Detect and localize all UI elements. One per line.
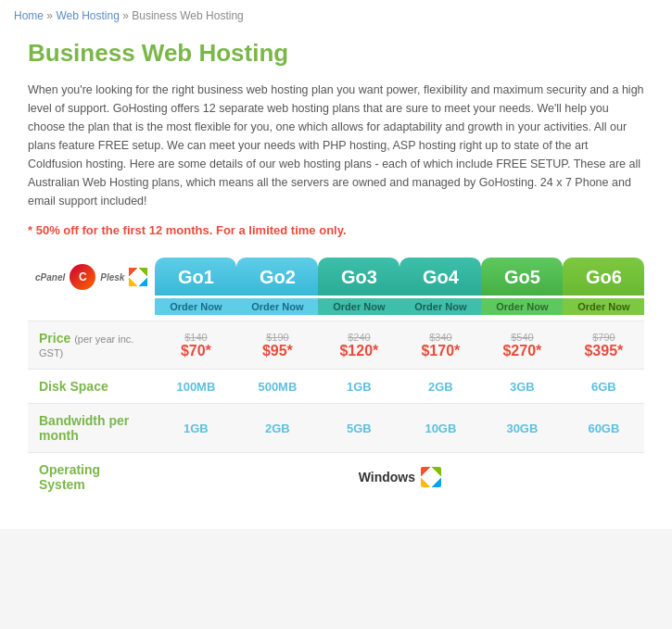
windows-icon xyxy=(421,467,441,487)
go2-disk-cell: 500MB xyxy=(236,370,318,404)
os-label: Operating System xyxy=(39,462,100,492)
main-content: Business Web Hosting When you're looking… xyxy=(14,39,658,501)
go3-price-original: $240 xyxy=(323,332,394,343)
go5-button[interactable]: Go5 xyxy=(481,258,563,296)
go1-price-original: $140 xyxy=(160,332,231,343)
go2-price-cell: $190 $95* xyxy=(236,321,318,370)
breadcrumb-home[interactable]: Home xyxy=(14,9,44,22)
go6-order-header: Order Now xyxy=(563,296,644,321)
go5-price-discounted: $270* xyxy=(487,343,557,359)
go4-order-link[interactable]: Order Now xyxy=(399,298,481,315)
go6-disk-value: 6GB xyxy=(591,380,616,394)
go2-disk-value: 500MB xyxy=(258,380,297,394)
go3-bw-value: 5GB xyxy=(347,421,372,435)
bandwidth-row: Bandwidth permonth 1GB 2GB 5GB 10GB xyxy=(28,404,644,453)
go4-disk-cell: 2GB xyxy=(399,370,481,404)
go4-price-cell: $340 $170* xyxy=(399,321,481,370)
page-title: Business Web Hosting xyxy=(28,39,644,68)
go5-order-header: Order Now xyxy=(481,296,563,321)
windows-cell: Windows xyxy=(323,467,475,487)
cpanel-icon: C xyxy=(70,264,95,290)
plan-go4-header: Go4 xyxy=(399,258,481,296)
go6-price-original: $790 xyxy=(568,332,639,343)
go6-price-discounted: $395* xyxy=(568,343,639,359)
go4-disk-value: 2GB xyxy=(428,380,453,394)
go3-bw-cell: 5GB xyxy=(318,404,399,453)
plan-go2-header: Go2 xyxy=(236,258,318,296)
breadcrumb-web-hosting[interactable]: Web Hosting xyxy=(56,9,119,22)
go6-bw-cell: 60GB xyxy=(563,404,644,453)
plan-go5-header: Go5 xyxy=(481,258,563,296)
os-label-cell: Operating System xyxy=(28,453,155,502)
go5-order-link[interactable]: Order Now xyxy=(481,298,563,315)
intro-text: When you're looking for the right busine… xyxy=(28,81,644,210)
go4-bw-value: 10GB xyxy=(425,421,456,435)
go4-bw-cell: 10GB xyxy=(399,404,481,453)
breadcrumb-current: Business Web Hosting xyxy=(132,9,244,22)
go2-order-link[interactable]: Order Now xyxy=(236,298,318,315)
breadcrumb: Home » Web Hosting » Business Web Hostin… xyxy=(14,9,658,22)
os-row: Operating System Windows xyxy=(28,453,644,502)
go3-price-cell: $240 $120* xyxy=(318,321,399,370)
go4-button[interactable]: Go4 xyxy=(399,258,481,296)
disk-space-label: Disk Space xyxy=(39,379,108,394)
go1-bw-cell: 1GB xyxy=(155,404,236,453)
bandwidth-label: Bandwidth permonth xyxy=(39,413,129,443)
cpanel-label: cPanel xyxy=(35,272,65,283)
os-value-cell: Windows xyxy=(318,453,481,502)
bandwidth-label-cell: Bandwidth permonth xyxy=(28,404,155,453)
go2-bw-cell: 2GB xyxy=(236,404,318,453)
go2-price-discounted: $95* xyxy=(242,343,312,359)
hosting-table: cPanel C Plesk Go1 Go2 xyxy=(28,258,644,501)
windows-label: Windows xyxy=(359,470,415,484)
logos-cell-header: cPanel C Plesk xyxy=(28,258,155,296)
go6-price-cell: $790 $395* xyxy=(563,321,644,370)
plan-go1-header: Go1 xyxy=(155,258,236,296)
go1-disk-value: 100MB xyxy=(176,380,215,394)
price-label: Price xyxy=(39,331,74,346)
disk-space-label-cell: Disk Space xyxy=(28,370,155,404)
plesk-label: Plesk xyxy=(100,272,124,283)
go3-disk-value: 1GB xyxy=(347,380,372,394)
go6-button[interactable]: Go6 xyxy=(563,258,644,296)
go2-order-header: Order Now xyxy=(236,296,318,321)
windows-logo-icon xyxy=(129,268,147,286)
disk-space-row: Disk Space 100MB 500MB 1GB 2GB xyxy=(28,370,644,404)
go2-price-original: $190 xyxy=(242,332,312,343)
go4-price-original: $340 xyxy=(405,332,475,343)
go1-bw-value: 1GB xyxy=(184,421,209,435)
go5-bw-cell: 30GB xyxy=(481,404,563,453)
go6-order-link[interactable]: Order Now xyxy=(563,298,644,315)
go1-button[interactable]: Go1 xyxy=(155,258,236,296)
plan-go3-header: Go3 xyxy=(318,258,399,296)
go5-price-cell: $540 $270* xyxy=(481,321,563,370)
go1-order-header: Order Now xyxy=(155,296,236,321)
go6-disk-cell: 6GB xyxy=(563,370,644,404)
go2-button[interactable]: Go2 xyxy=(236,258,318,296)
go4-price-discounted: $170* xyxy=(405,343,475,359)
logos-wrapper: cPanel C Plesk xyxy=(28,258,155,296)
go2-bw-value: 2GB xyxy=(265,421,290,435)
go5-disk-value: 3GB xyxy=(510,380,535,394)
price-label-cell: Price (per year inc. GST) xyxy=(28,321,155,370)
plan-header-row: cPanel C Plesk Go1 Go2 xyxy=(28,258,644,296)
go3-price-discounted: $120* xyxy=(323,343,394,359)
go3-order-header: Order Now xyxy=(318,296,399,321)
promo-text: * 50% off for the first 12 months. For a… xyxy=(28,223,644,237)
go6-bw-value: 60GB xyxy=(588,421,619,435)
go1-disk-cell: 100MB xyxy=(155,370,236,404)
go3-button[interactable]: Go3 xyxy=(318,258,399,296)
go3-order-link[interactable]: Order Now xyxy=(318,298,399,315)
go5-bw-value: 30GB xyxy=(506,421,538,435)
go5-disk-cell: 3GB xyxy=(481,370,563,404)
plan-go6-header: Go6 xyxy=(563,258,644,296)
go5-price-original: $540 xyxy=(487,332,557,343)
go3-disk-cell: 1GB xyxy=(318,370,399,404)
go1-price-discounted: $70* xyxy=(160,343,231,359)
go4-order-header: Order Now xyxy=(399,296,481,321)
price-row: Price (per year inc. GST) $140 $70* $190… xyxy=(28,321,644,370)
go1-price-cell: $140 $70* xyxy=(155,321,236,370)
order-now-row: Order Now Order Now Order Now Order Now … xyxy=(28,296,644,321)
go1-order-link[interactable]: Order Now xyxy=(155,298,236,315)
page-wrapper: Home » Web Hosting » Business Web Hostin… xyxy=(0,0,672,529)
